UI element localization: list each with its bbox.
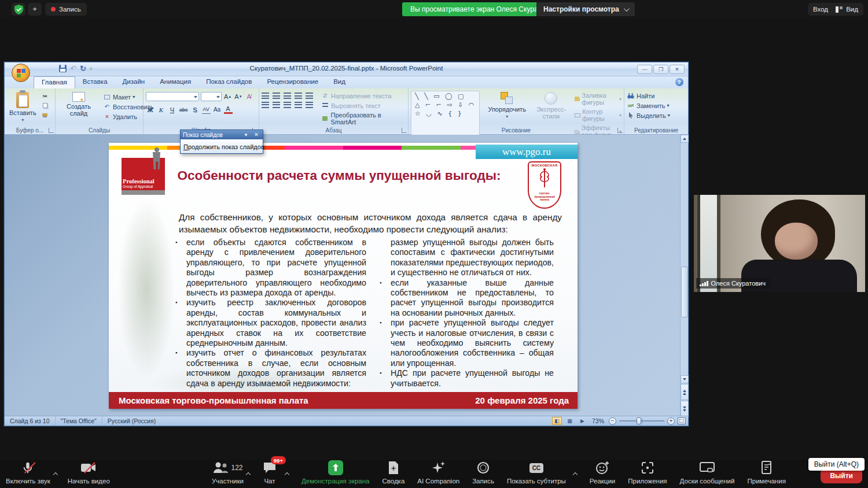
signin-button[interactable]: Вход <box>808 3 833 16</box>
slide-right-column[interactable]: размер упущенной выгоды должен быть сопо… <box>378 238 554 389</box>
view-mode-button[interactable]: Вид <box>830 3 863 16</box>
slide-counter[interactable]: Слайд 6 из 10 <box>5 416 56 426</box>
new-slide-button[interactable]: Создать слайд <box>58 91 100 120</box>
drawing-dialog-launcher[interactable] <box>617 128 623 133</box>
next-slide-button[interactable] <box>681 401 689 417</box>
resume-slideshow-button[interactable]: Продолжить показ слайдов <box>183 143 264 150</box>
zoom-slider-thumb[interactable] <box>637 417 641 424</box>
increase-indent-button[interactable] <box>295 93 302 99</box>
tab-animation[interactable]: Анимация <box>152 76 198 88</box>
bold-button[interactable]: Ж <box>146 105 155 114</box>
shrink-font-button[interactable]: A▼ <box>234 93 242 101</box>
notes-button[interactable]: Примечания <box>747 460 785 485</box>
whiteboards-button[interactable]: Доски сообщений <box>680 460 735 485</box>
ai-companion-button[interactable]: AI Companion <box>417 460 459 485</box>
record-button[interactable]: Запись <box>472 460 494 485</box>
align-center-button[interactable] <box>273 102 280 108</box>
tab-review[interactable]: Рецензирование <box>259 76 326 88</box>
shape-outline-button[interactable]: Контур фигуры ▾ <box>574 108 621 122</box>
share-screen-button[interactable]: Демонстрация экрана <box>301 460 370 485</box>
text-direction-button[interactable]: ⇵ Направление текста <box>321 92 406 99</box>
italic-button[interactable]: К <box>157 105 165 114</box>
start-video-button[interactable]: Начать видео <box>68 460 110 485</box>
apps-button[interactable]: Приложения <box>628 460 667 485</box>
office-button[interactable] <box>12 64 30 82</box>
normal-view-button[interactable]: ◧ <box>552 417 562 425</box>
tab-slideshow[interactable]: Показ слайдов <box>198 76 259 88</box>
close-button[interactable]: ✕ <box>670 65 685 74</box>
decrease-indent-button[interactable] <box>284 93 291 99</box>
participants-chevron-icon[interactable] <box>246 472 251 477</box>
slideshow-view-button[interactable]: ▶ <box>578 417 587 425</box>
slide-scrollbar[interactable] <box>680 135 688 417</box>
justify-button[interactable] <box>295 102 302 108</box>
chat-button[interactable]: 99+ Чат <box>263 460 277 485</box>
restore-button[interactable]: ❒ <box>653 65 668 74</box>
paragraph-dialog-launcher[interactable] <box>402 128 407 133</box>
recording-indicator[interactable]: Запись <box>45 3 87 16</box>
line-spacing-button[interactable] <box>306 93 313 99</box>
font-color-button[interactable]: А <box>224 105 233 114</box>
webcam-video-tile[interactable]: Олеся Скуратович <box>694 195 865 292</box>
cut-button[interactable]: ✂ <box>41 93 49 100</box>
bullets-button[interactable] <box>262 93 269 99</box>
columns-button[interactable] <box>306 102 313 108</box>
fit-to-window-button[interactable] <box>678 417 686 424</box>
slide-left-column[interactable]: ▪ если объекты сдаются собственником в а… <box>174 238 366 389</box>
unmute-button[interactable]: Включить звук <box>6 460 50 485</box>
clear-formatting-button[interactable]: A̸ <box>245 93 253 101</box>
clipboard-dialog-launcher[interactable] <box>49 128 54 133</box>
slide[interactable]: www.pgo.ru Professional Group of Apprais… <box>109 143 578 409</box>
slide-editing-area[interactable]: www.pgo.ru Professional Group of Apprais… <box>5 135 688 417</box>
select-button[interactable]: Выделить ▾ <box>627 112 686 119</box>
format-painter-button[interactable] <box>41 111 49 119</box>
numbering-button[interactable] <box>273 93 280 99</box>
zoom-percentage[interactable]: 73% <box>590 417 606 424</box>
convert-smartart-button[interactable]: Преобразовать в SmartArt <box>321 112 406 125</box>
zoom-out-button[interactable]: − <box>609 417 616 425</box>
tab-design[interactable]: Дизайн <box>115 76 153 88</box>
language-indicator[interactable]: Русский (Россия) <box>102 416 161 426</box>
help-button[interactable]: ? <box>675 78 683 86</box>
slideshow-popup-titlebar[interactable]: Показ слайдов ▾ ✕ <box>181 130 263 139</box>
font-size-combo[interactable] <box>201 92 222 101</box>
copy-button[interactable] <box>41 102 49 109</box>
paste-button[interactable]: Вставить ▾ <box>7 91 39 124</box>
ppt-title-bar[interactable]: ↶ ↻ ▾ Скуратович_МТПП_20.02.2025-final.p… <box>5 62 688 76</box>
slide-sorter-view-button[interactable]: ▦ <box>565 417 575 425</box>
align-text-button[interactable]: Выровнять текст <box>321 102 406 109</box>
effects-sparkle-button[interactable]: ✦ <box>28 3 42 16</box>
strikethrough-button[interactable]: abc <box>179 105 189 114</box>
underline-button[interactable]: Ч <box>168 105 176 114</box>
theme-name[interactable]: "Тема Office" <box>56 416 102 426</box>
align-left-button[interactable] <box>262 102 269 108</box>
slide-title[interactable]: Особенности расчета суммы упущенной выго… <box>169 168 509 183</box>
slide-intro-paragraph[interactable]: Для собственников, у которых основным ис… <box>179 211 562 235</box>
zoom-slider[interactable] <box>619 417 664 425</box>
grow-font-button[interactable]: A▲ <box>223 93 232 101</box>
shape-fill-button[interactable]: Заливка фигуры ▾ <box>574 92 621 106</box>
view-settings-button[interactable]: Настройки просмотра <box>536 2 635 16</box>
reactions-button[interactable]: Реакции <box>590 460 615 485</box>
tab-view[interactable]: Вид <box>326 76 353 88</box>
previous-slide-button[interactable] <box>681 384 689 400</box>
zoom-in-button[interactable]: + <box>667 417 675 425</box>
font-name-combo[interactable] <box>146 92 199 101</box>
scroll-down-button[interactable] <box>681 375 689 383</box>
chat-chevron-icon[interactable] <box>285 472 289 477</box>
text-shadow-button[interactable]: S <box>191 105 200 114</box>
captions-button[interactable]: CC Показать субтитры <box>507 460 566 485</box>
popup-close-icon[interactable]: ✕ <box>252 131 260 138</box>
find-button[interactable]: Найти <box>627 92 686 99</box>
scrollbar-thumb[interactable] <box>681 267 688 317</box>
tab-home[interactable]: Главная <box>34 76 75 88</box>
participants-button[interactable]: 122 Участники <box>212 460 244 485</box>
captions-chevron-icon[interactable] <box>573 472 578 477</box>
align-right-button[interactable] <box>284 102 291 108</box>
summary-button[interactable]: Сводка <box>382 460 404 485</box>
tab-insert[interactable]: Вставка <box>75 76 115 88</box>
paste-dropdown-icon[interactable]: ▾ <box>21 117 24 123</box>
meeting-info-shield-icon[interactable] <box>12 3 25 16</box>
change-case-button[interactable]: Aa <box>213 105 222 114</box>
popup-dropdown-icon[interactable]: ▾ <box>242 131 250 138</box>
